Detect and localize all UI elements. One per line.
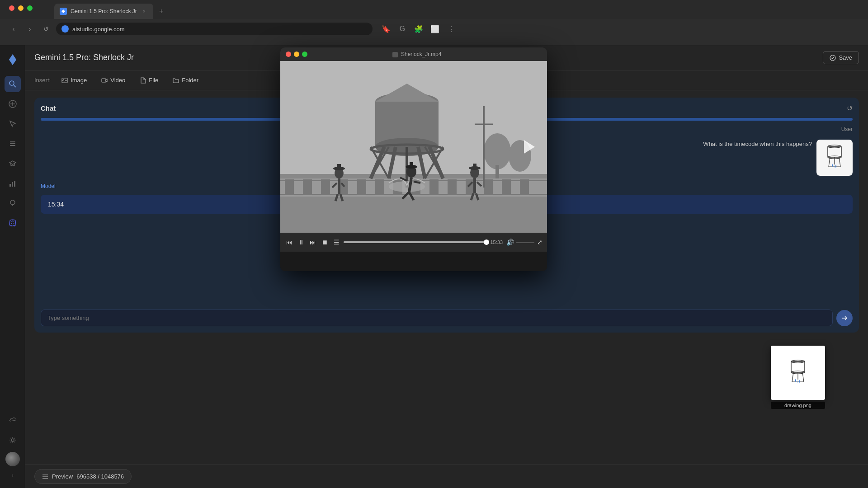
video-controls: ⏮ ⏸ ⏭ ⏹ ☰ 15:33 🔊 ⤢ <box>280 233 547 252</box>
thumbnail-frame[interactable] <box>771 346 825 400</box>
video-progress-track[interactable] <box>344 241 487 243</box>
preview-bar: Preview 696538 / 1048576 <box>25 465 868 488</box>
svg-point-16 <box>13 223 14 224</box>
svg-point-17 <box>11 439 14 441</box>
sidebar-item-settings[interactable] <box>5 432 21 448</box>
svg-rect-93 <box>473 164 476 169</box>
video-time-display: 15:33 <box>490 239 503 245</box>
video-pause-button[interactable]: ⏸ <box>297 239 306 246</box>
tab-close-button[interactable]: × <box>141 8 148 15</box>
svg-rect-49 <box>520 179 529 195</box>
insert-file-button[interactable]: File <box>136 75 162 85</box>
sidebar-item-cursor[interactable] <box>5 116 21 132</box>
video-play-button[interactable] <box>520 138 538 156</box>
new-tab-button[interactable]: + <box>155 5 168 18</box>
sidebar-item-ideas[interactable] <box>5 195 21 211</box>
nav-forward-button[interactable]: › <box>24 23 36 35</box>
traffic-light-green[interactable] <box>27 5 33 11</box>
account-icon[interactable]: G <box>396 23 409 35</box>
user-message-text: What is the timecode when this happens? <box>703 140 812 149</box>
send-button[interactable] <box>836 310 853 326</box>
menu-icon[interactable]: ⋮ <box>445 23 458 35</box>
svg-point-65 <box>484 133 511 169</box>
svg-point-15 <box>11 223 12 224</box>
browser-tab[interactable]: Gemini 1.5 Pro: Sherlock Jr × <box>54 4 153 19</box>
svg-rect-48 <box>502 179 511 195</box>
svg-rect-10 <box>12 182 13 187</box>
sidebar-item-discord[interactable] <box>5 215 21 231</box>
sidebar-item-cloud[interactable] <box>5 412 21 428</box>
svg-rect-66 <box>495 165 499 178</box>
svg-rect-11 <box>14 181 15 187</box>
video-area <box>280 61 547 233</box>
traffic-light-red[interactable] <box>9 5 14 11</box>
insert-image-button[interactable]: Image <box>58 75 90 85</box>
video-progress-thumb[interactable] <box>484 239 489 245</box>
extensions-icon[interactable]: 🧩 <box>412 23 425 35</box>
video-skip-forward-button[interactable]: ⏭ <box>308 239 317 246</box>
volume-control: 🔊 <box>505 239 534 246</box>
sidebar-collapse-button[interactable]: › <box>7 470 18 481</box>
svg-rect-7 <box>10 143 15 144</box>
svg-rect-21 <box>102 79 106 82</box>
chat-input-row <box>41 310 853 326</box>
drawing-filename: drawing.png <box>771 402 825 409</box>
sidebar-item-layers[interactable] <box>5 136 21 152</box>
sidebar-item-add[interactable] <box>5 96 21 112</box>
svg-point-18 <box>830 55 835 61</box>
svg-rect-6 <box>10 141 15 142</box>
sidebar: › <box>0 45 25 488</box>
video-progress-fill <box>344 241 486 243</box>
user-avatar[interactable] <box>5 452 20 466</box>
tab-favicon <box>60 8 67 15</box>
sidebar-item-analytics[interactable] <box>5 175 21 192</box>
svg-line-98 <box>802 372 804 382</box>
insert-folder-button[interactable]: Folder <box>169 75 202 85</box>
volume-icon[interactable]: 🔊 <box>505 239 514 246</box>
svg-rect-8 <box>10 145 15 146</box>
video-tl-green[interactable] <box>302 52 307 57</box>
video-player-window: Sherlock_Jr.mp4 <box>280 47 547 271</box>
chat-refresh-button[interactable]: ↺ <box>847 104 853 113</box>
video-stop-button[interactable]: ⏹ <box>320 239 329 246</box>
nav-back-button[interactable]: ‹ <box>7 23 20 35</box>
svg-rect-38 <box>321 179 330 195</box>
svg-rect-45 <box>448 179 457 195</box>
svg-rect-9 <box>9 184 11 187</box>
fullscreen-button[interactable]: ⤢ <box>537 239 542 246</box>
svg-rect-22 <box>828 146 841 157</box>
svg-rect-37 <box>303 179 312 195</box>
tab-title: Gemini 1.5 Pro: Sherlock Jr <box>71 8 137 14</box>
svg-rect-41 <box>375 179 384 195</box>
bookmark-icon[interactable]: 🔖 <box>380 23 392 35</box>
video-titlebar: Sherlock_Jr.mp4 <box>280 47 547 61</box>
sidebar-item-key[interactable] <box>5 76 21 92</box>
svg-rect-40 <box>357 179 366 195</box>
svg-point-0 <box>9 81 14 85</box>
svg-line-97 <box>792 372 793 382</box>
svg-rect-47 <box>484 179 493 195</box>
video-tl-red[interactable] <box>286 52 291 57</box>
svg-point-12 <box>10 200 15 205</box>
insert-video-button[interactable]: Video <box>98 75 129 85</box>
preview-count: 696538 / 1048576 <box>76 473 124 480</box>
insert-label: Insert: <box>34 77 51 84</box>
svg-rect-36 <box>285 179 294 195</box>
svg-rect-91 <box>410 162 413 167</box>
cast-icon[interactable]: ⬜ <box>429 23 441 35</box>
video-skip-back-button[interactable]: ⏮ <box>285 239 294 246</box>
save-button[interactable]: Save <box>823 51 859 64</box>
traffic-light-yellow[interactable] <box>18 5 24 11</box>
address-favicon <box>61 25 69 33</box>
video-list-button[interactable]: ☰ <box>332 239 341 246</box>
preview-button[interactable]: Preview 696538 / 1048576 <box>34 469 132 484</box>
video-tl-yellow[interactable] <box>294 52 299 57</box>
address-bar[interactable]: aistudio.google.com <box>56 23 373 35</box>
sidebar-item-education[interactable] <box>5 155 21 172</box>
nav-refresh-button[interactable]: ↺ <box>40 23 52 35</box>
address-text: aistudio.google.com <box>72 26 125 33</box>
svg-line-2 <box>14 86 15 87</box>
video-title: Sherlock_Jr.mp4 <box>310 51 524 57</box>
chat-input[interactable] <box>41 310 833 326</box>
volume-track[interactable] <box>516 242 534 243</box>
